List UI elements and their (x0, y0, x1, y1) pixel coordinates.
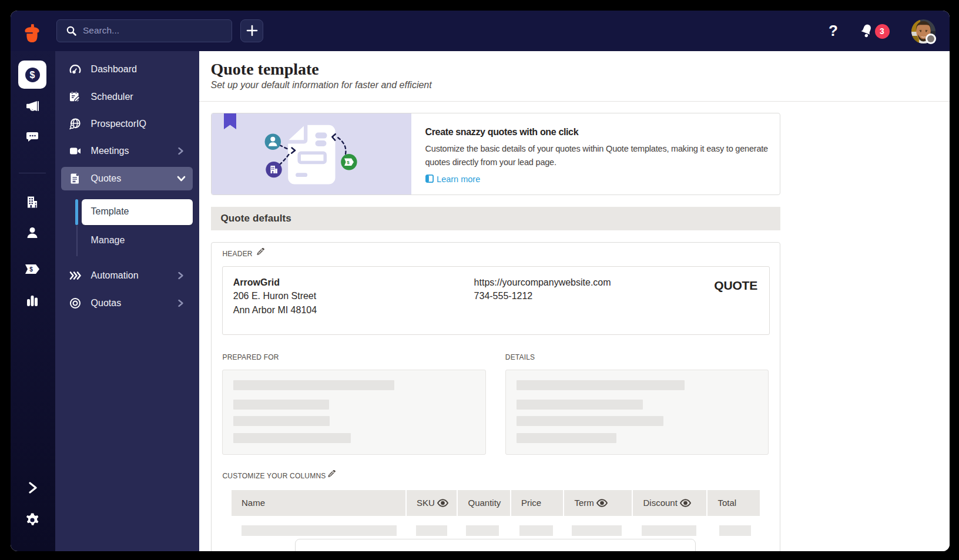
svg-text:$: $ (29, 266, 33, 273)
svg-text:$: $ (347, 160, 350, 165)
